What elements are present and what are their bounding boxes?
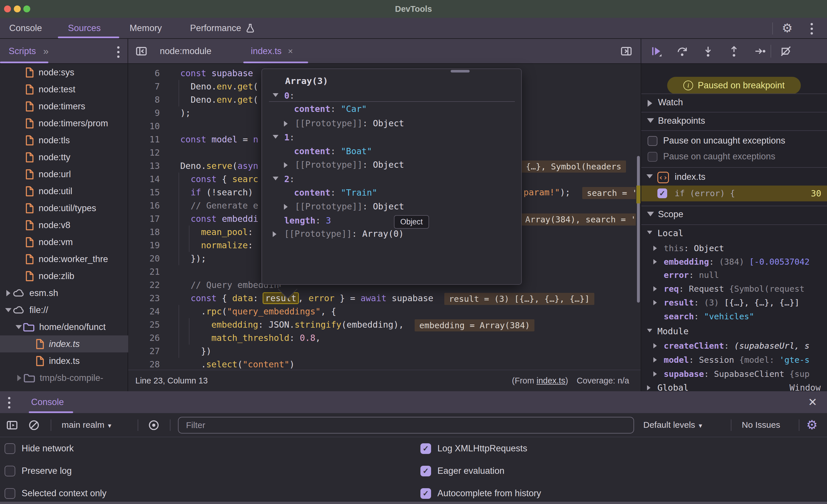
- issues-counter[interactable]: No Issues: [742, 413, 780, 437]
- line-number[interactable]: 9: [128, 106, 160, 120]
- file-tree-item[interactable]: node:sys: [0, 64, 128, 81]
- code-line-27[interactable]: 27}): [128, 345, 636, 358]
- file-tree-item[interactable]: index.ts: [0, 335, 128, 352]
- console-settings-gear-icon[interactable]: ⚙: [806, 413, 818, 437]
- file-tree-item[interactable]: index.ts: [0, 352, 128, 370]
- expander-icon[interactable]: [647, 329, 652, 332]
- file-tree-item[interactable]: node:vm: [0, 234, 128, 250]
- code-line-25[interactable]: 25embedding: JSON.stringify(embedding),e…: [128, 318, 636, 331]
- line-number[interactable]: 19: [128, 239, 160, 252]
- scope-entry[interactable]: embedding: (384) [-0.00537042: [641, 255, 827, 269]
- expander-icon[interactable]: [647, 231, 652, 234]
- line-number[interactable]: 25: [128, 318, 160, 331]
- line-number[interactable]: 24: [128, 305, 160, 318]
- breakpoint-checkbox[interactable]: ✓: [658, 188, 667, 198]
- filter-input[interactable]: [178, 417, 634, 434]
- expander-icon[interactable]: [648, 100, 652, 107]
- line-number[interactable]: 16: [128, 199, 160, 212]
- scope-entry[interactable]: error: null: [641, 268, 827, 282]
- popup-object-row[interactable]: [[Prototype]]: Object: [262, 117, 521, 130]
- line-number[interactable]: 26: [128, 331, 160, 345]
- checkbox[interactable]: [5, 466, 15, 477]
- navigator-menu-kebab-icon[interactable]: [117, 46, 119, 58]
- pause-uncaught-exceptions-row[interactable]: Pause on uncaught exceptions: [641, 134, 827, 148]
- file-tree-item[interactable]: node:test: [0, 81, 128, 98]
- expander-icon[interactable]: [647, 212, 654, 216]
- file-tree-item[interactable]: node:v8: [0, 217, 128, 234]
- clear-console-icon[interactable]: [28, 419, 40, 432]
- create-live-expression-icon[interactable]: [147, 419, 160, 432]
- line-number[interactable]: 27: [128, 345, 160, 358]
- line-number[interactable]: 11: [128, 133, 160, 146]
- expander-icon[interactable]: [14, 325, 23, 329]
- log-level-selector[interactable]: Default levels ▼: [643, 413, 703, 437]
- resume-script-icon[interactable]: [650, 45, 663, 58]
- file-tree-item[interactable]: node:tls: [0, 132, 128, 149]
- file-tree-item[interactable]: node:zlib: [0, 268, 128, 284]
- settings-gear-icon[interactable]: ⚙: [782, 18, 793, 38]
- line-number[interactable]: 18: [128, 226, 160, 239]
- drawer-menu-kebab-icon[interactable]: [8, 397, 10, 408]
- show-console-sidebar-icon[interactable]: [6, 419, 18, 432]
- popup-object-row[interactable]: 1:: [262, 131, 521, 144]
- file-tree-item[interactable]: node:worker_thre: [0, 250, 128, 268]
- expander-icon[interactable]: [653, 343, 657, 348]
- file-tree-item[interactable]: tmp/sb-compile-: [0, 370, 128, 386]
- expander-icon[interactable]: [273, 93, 279, 97]
- file-tree-item[interactable]: home/deno/funct: [0, 319, 128, 335]
- line-number[interactable]: 17: [128, 212, 160, 226]
- console-setting-row[interactable]: Hide network: [5, 442, 74, 455]
- step-over-icon[interactable]: [676, 45, 688, 58]
- expander-icon[interactable]: [4, 290, 13, 296]
- expander-icon[interactable]: [646, 174, 653, 178]
- step-out-icon[interactable]: [728, 45, 740, 58]
- popup-object-row[interactable]: 0:: [262, 89, 521, 102]
- scope-section-local[interactable]: Local: [641, 226, 827, 240]
- expander-icon[interactable]: [284, 121, 288, 126]
- line-number[interactable]: 6: [128, 67, 160, 80]
- expander-icon[interactable]: [653, 372, 657, 377]
- console-setting-row[interactable]: Selected context only: [5, 487, 106, 500]
- popup-object-row[interactable]: content: "Car": [262, 102, 521, 116]
- file-tree-item[interactable]: node:url: [0, 166, 128, 183]
- editor-tab-node-module[interactable]: node:module: [160, 39, 211, 63]
- toggle-debugger-sidebar-icon[interactable]: [620, 45, 633, 58]
- checkbox[interactable]: ✓: [421, 488, 431, 499]
- line-number[interactable]: 20: [128, 252, 160, 265]
- console-setting-row[interactable]: Preserve log: [5, 464, 72, 478]
- popup-object-row[interactable]: content: "Train": [262, 186, 521, 200]
- source-link[interactable]: index.ts: [536, 376, 565, 385]
- popup-object-row[interactable]: [[Prototype]]: Array(0): [262, 227, 521, 240]
- expander-icon[interactable]: [653, 300, 657, 305]
- code-line-28[interactable]: 28.select("content"): [128, 358, 636, 370]
- breakpoint-file-group[interactable]: ‹› index.ts: [641, 170, 827, 184]
- section-scope[interactable]: Scope: [641, 208, 827, 221]
- scope-entry[interactable]: search: "vehicles": [641, 310, 827, 323]
- console-setting-row[interactable]: ✓Autocomplete from history: [421, 487, 541, 500]
- close-drawer-icon[interactable]: ✕: [808, 391, 817, 413]
- file-tree-item[interactable]: node:tty: [0, 149, 128, 166]
- file-tree-item[interactable]: file://: [0, 301, 128, 319]
- close-tab-icon[interactable]: ×: [288, 46, 293, 56]
- scope-entry[interactable]: req: Request {Symbol(request: [641, 282, 827, 296]
- code-line-24[interactable]: 24.rpc("query_embeddings", {: [128, 305, 636, 318]
- checkbox[interactable]: ✓: [421, 443, 431, 454]
- navigator-tab-scripts[interactable]: Scripts: [9, 39, 36, 63]
- expander-icon[interactable]: [273, 231, 277, 237]
- checkbox[interactable]: ✓: [421, 466, 431, 477]
- scope-entry[interactable]: model: Session {model: 'gte-s: [641, 353, 827, 367]
- expander-icon[interactable]: [273, 135, 279, 138]
- tab-console[interactable]: Console: [9, 18, 42, 38]
- popup-object-row[interactable]: [[Prototype]]: Object: [262, 200, 521, 213]
- scope-entry[interactable]: this: Object: [641, 241, 827, 255]
- code-line-23[interactable]: 23const { data: result, error } = await …: [128, 292, 636, 305]
- editor-scrollbar[interactable]: [636, 64, 641, 370]
- scrollbar-thumb[interactable]: [637, 156, 640, 302]
- popup-scrollbar-thumb[interactable]: [451, 70, 470, 72]
- tab-sources[interactable]: Sources: [68, 18, 101, 38]
- scope-entry[interactable]: supabase: SupabaseClient {sup: [641, 367, 827, 381]
- scope-section-global[interactable]: GlobalWindow: [641, 381, 827, 391]
- line-number[interactable]: 10: [128, 120, 160, 133]
- line-number[interactable]: 21: [128, 265, 160, 278]
- expander-icon[interactable]: [647, 385, 650, 390]
